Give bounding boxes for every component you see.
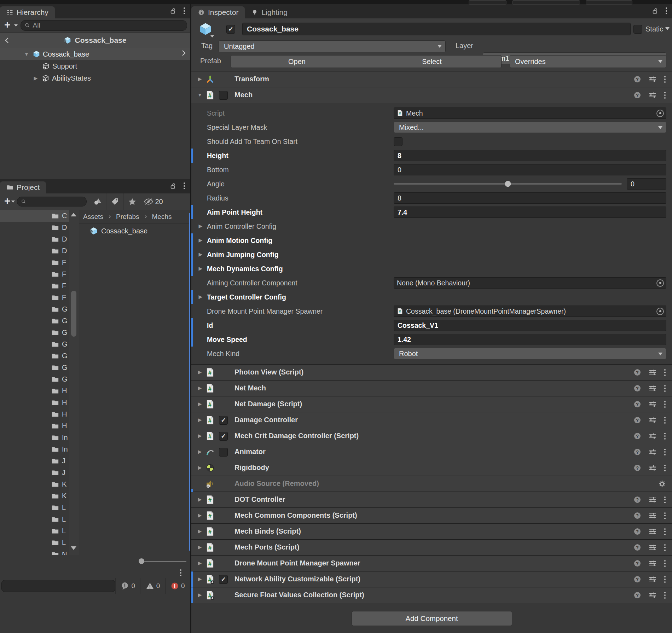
slider-angle[interactable] [394,183,622,185]
foldout-arrow-icon[interactable]: ▶ [196,465,203,470]
component-header-damage-controller[interactable]: ▶✓Damage Controller [191,412,672,428]
create-dropdown-caret-icon[interactable] [11,201,15,203]
chevron-right-icon[interactable] [179,49,188,57]
tab-hierarchy[interactable]: Hierarchy [0,6,55,18]
foldout-arrow-icon[interactable]: ▶ [196,512,203,518]
lock-icon[interactable] [169,7,176,14]
project-folder-item[interactable]: N [0,548,69,555]
hidden-count-button[interactable]: 20 [141,193,166,210]
kebab-menu-icon[interactable] [664,384,666,393]
prefab-open-button[interactable]: Open [231,55,363,68]
slider-value-field[interactable]: 0 [627,178,666,190]
component-header-drone-mount-point-manager-spawner[interactable]: ▶Drone Mount Point Manager Spawner [191,556,672,571]
project-folder-item[interactable]: F [0,292,69,303]
hierarchy-item-support[interactable]: Support [0,60,190,72]
create-add-button[interactable]: + [3,196,11,208]
project-folder-item[interactable]: D [0,222,69,233]
field-radius[interactable]: 8 [394,192,666,204]
foldout-arrow-icon[interactable]: ▼ [196,92,203,98]
hierarchy-search-input[interactable] [32,21,183,30]
scroll-up-arrow-icon[interactable] [71,213,76,216]
create-add-button[interactable]: + [3,19,11,31]
breadcrumb-assets[interactable]: Assets [83,213,103,221]
foldout-arrow-icon[interactable]: ▶ [196,496,203,502]
tab-project[interactable]: Project [0,181,46,193]
foldout-arrow-icon[interactable]: ▶ [196,401,203,407]
component-header-net-damage-script[interactable]: ▶Net Damage (Script) [191,396,672,412]
kebab-menu-icon[interactable] [179,569,182,577]
component-header-mech-binds-script[interactable]: ▶Mech Binds (Script) [191,524,672,540]
project-folder-item[interactable]: D [0,245,69,257]
component-enabled-checkbox[interactable]: ✓ [219,416,228,425]
slider-knob[interactable] [505,181,511,187]
kebab-menu-icon[interactable] [665,7,668,15]
static-checkbox[interactable] [633,25,642,34]
kebab-menu-icon[interactable] [664,496,666,504]
lock-icon[interactable] [651,7,659,14]
foldout-arrow-icon[interactable]: ▶ [196,449,203,454]
project-asset-cossack-base[interactable]: Cossack_base [79,224,190,238]
scroll-down-arrow-icon[interactable] [71,546,76,550]
component-header-net-mech[interactable]: ▶Net Mech [191,381,672,396]
project-folder-item[interactable]: In [0,443,69,455]
kebab-menu-icon[interactable] [664,91,666,99]
kebab-menu-icon[interactable] [664,575,666,583]
kebab-menu-icon[interactable] [664,528,666,536]
project-folder-item[interactable]: L [0,537,69,548]
add-component-button[interactable]: Add Component [352,611,512,626]
field-aim-point-height[interactable]: 7.4 [394,207,666,218]
kebab-menu-icon[interactable] [664,448,666,456]
field-bottom[interactable]: 0 [394,164,666,175]
prefab-overrides-dropdown[interactable]: Overrides [510,55,666,68]
project-folder-item[interactable]: J [0,467,69,478]
project-folder-item[interactable]: G [0,338,69,350]
tag-dropdown[interactable]: Untagged [219,40,446,52]
foldout-arrow-icon[interactable]: ▶ [196,385,203,391]
tab-lighting[interactable]: Lighting [245,6,294,18]
project-folder-item[interactable]: K [0,490,69,502]
component-header-dot-controller[interactable]: ▶DOT Controller [191,492,672,508]
object-field-aiming-controller-component[interactable]: None (Mono Behaviour) [394,277,666,289]
project-search-field[interactable] [17,197,87,207]
console-errors-badge[interactable]: 0 [165,578,190,594]
checkbox-should-add-to-team-on-start[interactable] [394,137,402,146]
kebab-menu-icon[interactable] [664,559,666,568]
console-messages-badge[interactable]: 0 [115,578,140,594]
kebab-menu-icon[interactable] [664,75,666,83]
project-folder-item[interactable]: L [0,513,69,525]
foldout-arrow-icon[interactable]: ▶ [196,576,203,582]
component-enabled-checkbox[interactable] [219,91,228,100]
component-header-rigidbody[interactable]: ▶Rigidbody [191,460,672,476]
foldout-arrow-icon[interactable]: ▶ [196,592,203,598]
project-folder-item[interactable]: H [0,420,69,432]
favorites-button[interactable] [123,193,141,210]
object-picker-icon[interactable] [656,308,664,315]
project-scrollbar[interactable] [69,210,79,555]
kebab-menu-icon[interactable] [664,368,666,377]
thumbnail-zoom-knob[interactable] [139,558,144,564]
project-folder-item[interactable]: J [0,455,69,467]
object-field-drone-mount-point-manager-spawner[interactable]: Cossack_base (DroneMountPointManagerSpaw… [394,306,666,317]
project-folder-item[interactable]: H [0,397,69,408]
kebab-menu-icon[interactable] [664,400,666,408]
panel-divider[interactable] [190,0,191,633]
project-folder-item[interactable]: F [0,268,69,280]
prefab-select-button[interactable]: Select [363,55,502,68]
project-folder-item[interactable]: K [0,478,69,490]
project-folder-item[interactable]: F [0,280,69,292]
breadcrumb-prefabs[interactable]: Prefabs [116,213,139,221]
project-folder-item[interactable]: G [0,373,69,385]
create-dropdown-caret-icon[interactable] [14,24,18,27]
component-header-photon-view-script[interactable]: ▶Photon View (Script) [191,365,672,381]
project-search-input[interactable] [28,197,83,206]
hierarchy-item-abilitystates[interactable]: ▶AbilityStates [0,72,190,84]
scrollbar-thumb[interactable] [71,291,76,337]
project-folder-item[interactable]: In [0,432,69,443]
component-header-secure-float-values-collection-script[interactable]: ▶Secure Float Values Collection (Script) [191,587,672,603]
project-folder-item[interactable]: L [0,502,69,513]
component-enabled-checkbox[interactable]: ✓ [219,432,228,441]
kebab-menu-icon[interactable] [664,464,666,472]
component-enabled-checkbox[interactable]: ✓ [219,575,228,584]
project-folder-item[interactable]: G [0,315,69,327]
dropdown-mech-kind[interactable]: Robot [394,348,666,359]
